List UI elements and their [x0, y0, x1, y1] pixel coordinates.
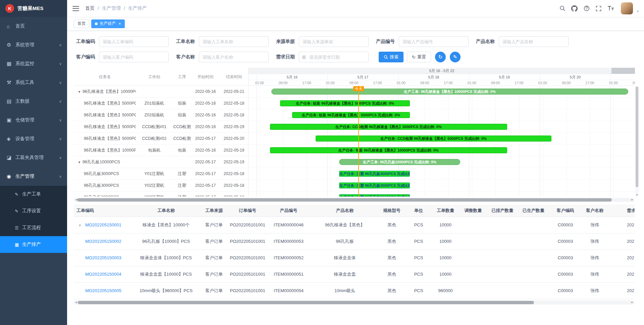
search-icon[interactable] — [558, 4, 567, 12]
tab-home[interactable]: 首页 — [74, 19, 89, 28]
gantt-task-bar[interactable]: 生产任务: 包装 96孔移液盒【黑色】10000PCS 完成比例: 0% — [270, 147, 507, 153]
filter-input[interactable] — [99, 52, 169, 62]
work-order-code-cell: MO202205150002 — [74, 233, 133, 250]
cell — [518, 250, 549, 266]
gantt-task-row[interactable]: 96孔孔板10000PCS2022-05-172022-05-19 — [74, 156, 248, 168]
gantt-task-row[interactable]: 96孔移液盒【黑色】5000PCSCCD检测#01CCD检测2022-05-16… — [74, 121, 248, 133]
gantt-task-row[interactable]: 96孔移液盒【黑色】5000PCSZ01组装机组装2022-05-162022-… — [74, 98, 248, 109]
filter-input[interactable] — [299, 36, 369, 47]
gantt-horizontal-scrollbar[interactable]: ◄ ► — [74, 198, 635, 202]
gantt-task-bar[interactable]: 生产任务: 组装 96孔移液盒【黑色】5000PCS 完成比例: 0% — [280, 100, 410, 106]
gantt-hour-label: 17:00 — [585, 80, 594, 86]
sidebar-item-system-management[interactable]: ⚙系统管理∨ — [0, 36, 67, 54]
gantt-task-row[interactable]: 96孔移液盒【黑色】5000PCSCCD检测#02CCD检测2022-05-17… — [74, 133, 248, 145]
scroll-right-icon[interactable]: ► — [631, 198, 634, 202]
filter-input[interactable] — [199, 36, 269, 47]
gantt-day-label — [610, 74, 635, 80]
breadcrumb-item[interactable]: 生产管理 — [102, 5, 121, 11]
gantt-range-scrollbar[interactable] — [611, 68, 635, 74]
edit-button[interactable]: ✎ — [450, 52, 461, 62]
collapse-icon[interactable] — [78, 161, 81, 164]
task-name-label: 96孔移液盒【黑色】10000PCS — [84, 148, 136, 153]
sidebar-item-process-setting[interactable]: ✎工序设置 — [0, 203, 67, 219]
refresh-button[interactable]: ↻ — [435, 52, 446, 62]
filter-input[interactable] — [499, 36, 569, 47]
gantt-vertical-scrollbar[interactable]: ▼ — [635, 86, 639, 197]
filter-input[interactable] — [399, 36, 469, 47]
demand-date-input[interactable] — [299, 52, 369, 62]
gantt-hscrollbar-thumb[interactable] — [77, 198, 612, 202]
gantt-task-row[interactable]: 96孔孔板3000PCSY03注塑机注塑2022-05-172022-05-18 — [74, 192, 248, 197]
sidebar-toggle-icon[interactable] — [72, 6, 79, 11]
sidebar-item-label: 系统管理 — [15, 42, 59, 48]
gantt-order-bar[interactable]: 生产工单: 96孔孔板10000PCS 完成比例: 0% — [339, 159, 460, 165]
gantt-task-bar[interactable]: 生产任务: 注塑 96孔孔板3000PCS 完成比例: 0% — [339, 171, 410, 177]
end-time-cell: 2022-05-19 — [220, 160, 248, 164]
fullscreen-icon[interactable] — [595, 4, 603, 12]
column-header: 工单名称 — [133, 205, 199, 217]
sidebar-item-scheduling[interactable]: ▦生产排产 — [0, 236, 67, 253]
collapse-icon[interactable] — [78, 90, 81, 94]
sidebar-item-warehouse[interactable]: ▣仓储管理∨ — [0, 111, 67, 129]
table-hscrollbar-thumb[interactable] — [78, 301, 534, 304]
filter-input[interactable] — [99, 36, 169, 47]
sidebar-item-home[interactable]: ⌂首页 — [0, 17, 67, 36]
work-order-link[interactable]: MO202205150003 — [85, 255, 121, 260]
search-button[interactable]: 搜索 — [379, 52, 404, 62]
gantt-order-bar[interactable]: 生产工单: 96孔移液盒【黑色】10000PCS 完成比例: 0% — [271, 89, 628, 95]
help-icon[interactable] — [583, 4, 591, 12]
scroll-down-icon[interactable]: ▼ — [635, 194, 639, 197]
avatar[interactable] — [621, 2, 633, 14]
cell: 黑色 — [378, 233, 405, 250]
gantt-task-row[interactable]: 96孔移液盒【黑色】10000PCS2022-05-162022-05-21 — [74, 86, 248, 98]
gantt-task-row[interactable]: 96孔移液盒【黑色】10000PCS包装机包装2022-05-162022-05… — [74, 145, 248, 156]
sidebar-item-work-order[interactable]: ✎生产工单 — [0, 186, 67, 203]
gantt-task-bar[interactable]: 生产任务: CCD检测 96孔移液盒【黑色】5000PCS 完成比例: 0% — [270, 124, 507, 130]
end-time-cell: 2022-05-18 — [220, 183, 248, 188]
work-order-link[interactable]: MO202205150002 — [85, 239, 121, 244]
column-header: 工单数量 — [432, 205, 459, 217]
tab-scheduling[interactable]: 生产排产× — [91, 19, 125, 28]
app-logo[interactable]: K 苦糖果MES — [0, 0, 67, 17]
gantt-task-bar[interactable]: 生产任务: 组装 96孔移液盒【黑色】5000PCS 完成比例: 0% — [292, 112, 410, 118]
expand-row-icon[interactable]: ∨ — [78, 223, 81, 227]
work-order-link[interactable]: MO202205150005 — [85, 288, 121, 293]
breadcrumb-separator: / — [98, 6, 99, 11]
sidebar-item-production[interactable]: ◉生产管理∧ — [0, 167, 67, 186]
gantt-task-bar[interactable]: 生产任务: 注塑 96孔孔板3000PCS 完成比例: 0% — [339, 194, 410, 197]
filter-input[interactable] — [199, 52, 269, 62]
sidebar-item-fixture[interactable]: ◪工装夹具管理∨ — [0, 148, 67, 167]
cell — [518, 217, 549, 233]
filter-field: 客户名称 — [176, 52, 269, 62]
filter-field: 产品编号 — [376, 36, 469, 47]
table-horizontal-scrollbar[interactable]: ◄ ► — [74, 301, 635, 305]
font-size-icon[interactable] — [607, 4, 615, 12]
gantt-task-row[interactable]: 96孔孔板3000PCSY02注塑机注塑2022-05-172022-05-18 — [74, 180, 248, 192]
reset-button[interactable]: ↻ 重置 — [407, 52, 431, 62]
column-header: 规格型号 — [378, 205, 405, 217]
main-area: 首页/生产管理/生产排产 ▾ 首页生产排产× 工单编码工单名称来源单据产品编号产… — [67, 0, 644, 305]
gantt-vscrollbar-thumb[interactable] — [636, 87, 638, 187]
breadcrumb-item[interactable]: 首页 — [85, 5, 95, 11]
scheduling-icon: ▦ — [15, 242, 22, 247]
chevron-icon: ∨ — [59, 137, 62, 141]
scroll-left-icon[interactable]: ◄ — [75, 301, 77, 305]
sidebar-item-system-tools[interactable]: ⚒系统工具∨ — [0, 73, 67, 92]
gantt-task-bar[interactable]: 生产任务: CCD检测 96孔移液盒【黑色】5000PCS 完成比例: 0% — [316, 136, 551, 142]
sidebar-item-equipment[interactable]: ◈设备管理∨ — [0, 129, 67, 148]
sidebar-item-process-flow[interactable]: ☰工艺流程 — [0, 219, 67, 236]
scroll-right-icon[interactable]: ► — [631, 301, 634, 305]
sidebar-item-master-data[interactable]: ▤主数据∨ — [0, 92, 67, 111]
column-header: 订单编号 — [229, 205, 266, 217]
work-order-link[interactable]: MO202205150004 — [85, 272, 121, 277]
close-icon[interactable]: × — [118, 21, 121, 26]
work-order-link[interactable]: MO202205150001 — [85, 222, 121, 227]
gantt-task-bar[interactable]: 生产任务: 注塑 96孔孔板3000PCS 完成比例: 0% — [339, 182, 410, 188]
caret-down-icon[interactable]: ▾ — [637, 9, 639, 13]
gantt-task-row[interactable]: 96孔移液盒【黑色】5000PCSZ02组装机组装2022-05-162022-… — [74, 109, 248, 121]
sidebar-item-system-monitor[interactable]: ▦系统监控∨ — [0, 54, 67, 73]
github-icon[interactable] — [571, 4, 579, 12]
grid-row-line — [249, 191, 635, 192]
cell: 张伟 — [581, 233, 608, 250]
gantt-task-row[interactable]: 96孔孔板3000PCSY01注塑机注塑2022-05-172022-05-18 — [74, 168, 248, 180]
